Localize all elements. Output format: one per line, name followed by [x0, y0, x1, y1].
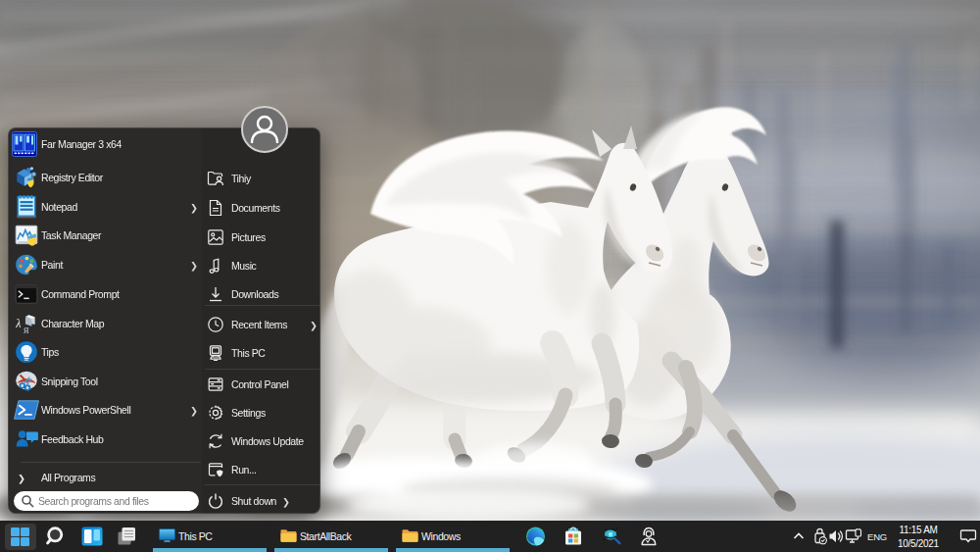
svg-text:Я: Я	[24, 326, 29, 335]
svg-text:λ: λ	[15, 317, 21, 330]
